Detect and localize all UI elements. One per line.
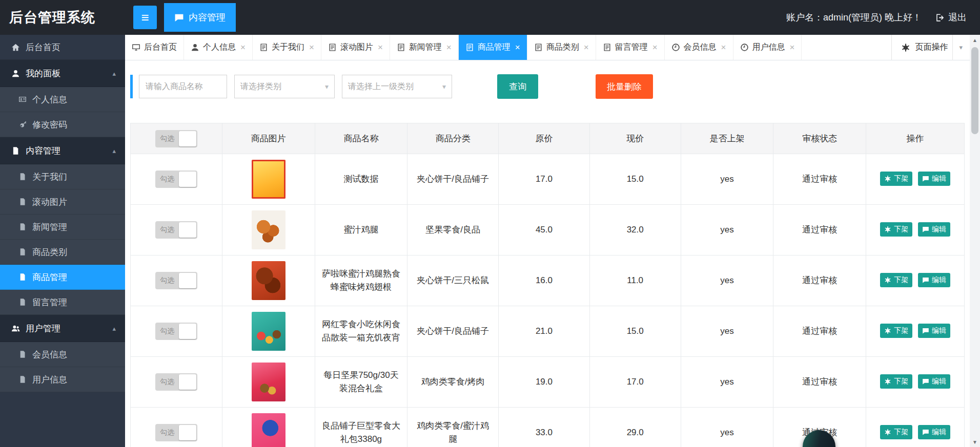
- scroll-down-button[interactable]: ▼: [970, 437, 980, 447]
- tab-close-icon[interactable]: ×: [446, 43, 452, 52]
- tab-product-category[interactable]: 商品类别 ×: [527, 35, 596, 60]
- user-icon: [191, 43, 199, 52]
- document-icon: [18, 350, 27, 358]
- header-product-category: 商品分类: [407, 123, 499, 154]
- sidebar-item-message-management[interactable]: 留言管理: [0, 290, 125, 315]
- select-all-toggle[interactable]: 勾选: [155, 130, 197, 147]
- tab-close-icon[interactable]: ×: [790, 43, 795, 52]
- tab-close-icon[interactable]: ×: [652, 43, 658, 52]
- row-select-toggle[interactable]: 勾选: [155, 272, 197, 289]
- tab-close-icon[interactable]: ×: [240, 43, 246, 52]
- vertical-scrollbar[interactable]: ▲ ▼: [970, 35, 980, 447]
- row-select-cell: 勾选: [131, 306, 222, 357]
- tab-member-info[interactable]: 会员信息 ×: [665, 35, 733, 60]
- batch-delete-button[interactable]: 批量删除: [596, 74, 653, 99]
- row-select-toggle[interactable]: 勾选: [155, 323, 197, 340]
- off-shelf-button[interactable]: 下架: [880, 273, 912, 287]
- tab-news-management[interactable]: 新闻管理 ×: [390, 35, 459, 60]
- scrollbar-thumb[interactable]: [971, 47, 978, 134]
- off-shelf-button[interactable]: 下架: [880, 425, 912, 439]
- doc-pencil-icon: [259, 43, 268, 52]
- tab-home[interactable]: 后台首页: [125, 35, 184, 60]
- sidebar-section-content-management[interactable]: 内容管理 ▴: [0, 137, 125, 164]
- sidebar-item-label: 后台首页: [26, 41, 60, 53]
- original-price-cell: 19.0: [499, 357, 590, 408]
- row-select-toggle[interactable]: 勾选: [155, 424, 197, 441]
- tab-close-icon[interactable]: ×: [309, 43, 314, 52]
- tab-profile[interactable]: 个人信息 ×: [184, 35, 253, 60]
- on-shelf-cell: yes: [681, 408, 773, 447]
- sidebar-item-about-us[interactable]: 关于我们: [0, 164, 125, 189]
- sidebar-item-label: 关于我们: [32, 171, 67, 183]
- chevron-up-icon: ▴: [112, 325, 116, 332]
- sidebar-section-my-panel[interactable]: 我的面板 ▴: [0, 60, 125, 87]
- row-select-toggle[interactable]: 勾选: [155, 221, 197, 239]
- sidebar-item-carousel-images[interactable]: 滚动图片: [0, 189, 125, 215]
- sidebar-item-member-info[interactable]: 会员信息: [0, 342, 125, 367]
- tab-label: 商品类别: [546, 42, 579, 53]
- scroll-up-button[interactable]: ▲: [970, 35, 980, 45]
- topbar-content-management-tab[interactable]: 内容管理: [164, 3, 236, 32]
- search-button[interactable]: 查询: [497, 74, 538, 99]
- clock-icon: [740, 43, 749, 52]
- category-select[interactable]: 请选择类别 ▾: [234, 75, 335, 98]
- off-shelf-label: 下架: [894, 225, 908, 234]
- chat-icon: [922, 226, 929, 233]
- table-header-row: 勾选 商品图片 商品名称 商品分类 原价 现价 是否上架 审核状态 操作: [131, 123, 965, 154]
- off-shelf-button[interactable]: 下架: [880, 324, 912, 338]
- edit-button[interactable]: 编辑: [918, 273, 950, 287]
- parent-category-select[interactable]: 请选择上一级类别 ▾: [342, 75, 452, 98]
- tab-product-management[interactable]: 商品管理 ×: [459, 35, 527, 60]
- on-shelf-cell: yes: [681, 306, 773, 357]
- product-category-cell: 夹心饼干/良品铺子: [407, 154, 499, 205]
- tab-close-icon[interactable]: ×: [584, 43, 589, 52]
- tab-close-icon[interactable]: ×: [515, 43, 520, 52]
- logout-button[interactable]: 退出: [935, 11, 967, 24]
- tab-label: 商品管理: [478, 42, 511, 53]
- row-select-toggle[interactable]: 勾选: [155, 373, 197, 391]
- tab-close-icon[interactable]: ×: [378, 43, 383, 52]
- tab-about-us[interactable]: 关于我们 ×: [253, 35, 321, 60]
- edit-button[interactable]: 编辑: [918, 374, 950, 389]
- sidebar: 后台首页 我的面板 ▴ 个人信息 修改密码 内容管理 ▴ 关于我们 滚动图片: [0, 35, 125, 447]
- menu-icon: ≡: [141, 10, 149, 26]
- edit-label: 编辑: [932, 275, 946, 285]
- tab-message-management[interactable]: 留言管理 ×: [596, 35, 665, 60]
- on-shelf-cell: yes: [681, 256, 773, 306]
- tab-carousel-images[interactable]: 滚动图片 ×: [321, 35, 390, 60]
- edit-button[interactable]: 编辑: [918, 425, 950, 439]
- sidebar-item-user-info[interactable]: 用户信息: [0, 367, 125, 392]
- sidebar-section-user-management[interactable]: 用户管理 ▴: [0, 315, 125, 342]
- audit-status-cell: 通过审核: [773, 357, 866, 408]
- page-actions-button[interactable]: 页面操作 ▾: [891, 35, 970, 60]
- row-select-toggle[interactable]: 勾选: [155, 171, 197, 188]
- product-name-cell: 萨啦咪蜜汁鸡腿熟食蜂蜜味烤鸡翅根: [315, 256, 407, 306]
- doc-pencil-icon: [328, 43, 337, 52]
- sidebar-item-profile[interactable]: 个人信息: [0, 87, 125, 112]
- original-price-cell: 33.0: [499, 408, 590, 447]
- sidebar-item-change-password[interactable]: 修改密码: [0, 112, 125, 137]
- edit-button[interactable]: 编辑: [918, 222, 950, 237]
- product-name-cell: 蜜汁鸡腿: [315, 205, 407, 256]
- edit-button[interactable]: 编辑: [918, 172, 950, 186]
- table-row: 勾选 蜜汁鸡腿 坚果零食/良品 45.0 32.0 yes: [131, 205, 965, 256]
- sidebar-item-news-management[interactable]: 新闻管理: [0, 215, 125, 240]
- row-select-cell: 勾选: [131, 154, 222, 205]
- product-name-cell: 测试数据: [315, 154, 407, 205]
- tab-label: 用户信息: [752, 42, 785, 53]
- actions-cell: 下架 编辑: [866, 256, 965, 306]
- off-shelf-button[interactable]: 下架: [880, 374, 912, 389]
- off-shelf-button[interactable]: 下架: [880, 222, 912, 237]
- tab-close-icon[interactable]: ×: [721, 43, 726, 52]
- sidebar-item-product-management[interactable]: 商品管理: [0, 265, 125, 290]
- sidebar-item-home[interactable]: 后台首页: [0, 35, 125, 60]
- on-shelf-cell: yes: [681, 154, 773, 205]
- edit-label: 编辑: [932, 377, 946, 386]
- tab-user-info[interactable]: 用户信息 ×: [733, 35, 802, 60]
- toggle-knob: [179, 172, 196, 187]
- sidebar-toggle-button[interactable]: ≡: [133, 6, 157, 29]
- edit-button[interactable]: 编辑: [918, 324, 950, 338]
- product-name-input[interactable]: [139, 75, 227, 98]
- off-shelf-button[interactable]: 下架: [880, 172, 912, 186]
- sidebar-item-product-category[interactable]: 商品类别: [0, 240, 125, 265]
